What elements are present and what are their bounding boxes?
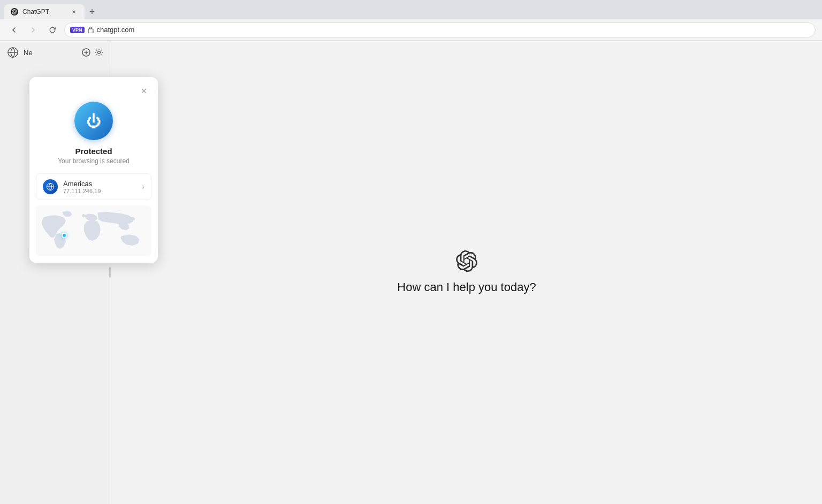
vpn-world-map bbox=[36, 205, 151, 256]
nav-bar: VPN chatgpt.com bbox=[0, 19, 822, 41]
vpn-chevron-icon: › bbox=[142, 182, 144, 191]
vpn-popup-header: ✕ bbox=[29, 77, 158, 96]
globe-icon bbox=[46, 182, 55, 191]
sidebar-logo bbox=[6, 46, 19, 59]
vpn-power-button[interactable]: ⏻ bbox=[74, 102, 113, 140]
vpn-location-ip: 77.111.246.19 bbox=[63, 188, 136, 194]
vpn-location-name: Americas bbox=[63, 180, 136, 188]
url-text: chatgpt.com bbox=[97, 26, 135, 34]
vpn-power-section: ⏻ Protected Your browsing is secured bbox=[29, 96, 158, 173]
tab-title: ChatGPT bbox=[22, 8, 65, 16]
sidebar-top: Ne bbox=[0, 41, 111, 64]
lock-icon bbox=[88, 26, 94, 33]
reload-button[interactable] bbox=[45, 22, 60, 37]
vpn-flag-icon bbox=[43, 179, 58, 194]
vpn-map-location-dot bbox=[62, 233, 67, 238]
main-content: How can I help you today? bbox=[111, 41, 822, 504]
vpn-status-title: Protected bbox=[75, 147, 112, 156]
chatgpt-prompt: How can I help you today? bbox=[397, 280, 536, 294]
new-tab-button[interactable]: + bbox=[85, 4, 100, 19]
tab-favicon bbox=[11, 8, 18, 16]
sidebar-add-icon[interactable] bbox=[81, 47, 92, 58]
world-map-svg bbox=[36, 205, 151, 256]
title-bar: ChatGPT ✕ + bbox=[0, 0, 822, 19]
forward-button[interactable] bbox=[26, 22, 41, 37]
vpn-popup-close-button[interactable]: ✕ bbox=[139, 86, 149, 96]
back-button[interactable] bbox=[6, 22, 21, 37]
tab-close-button[interactable]: ✕ bbox=[70, 7, 78, 16]
vpn-location-info: Americas 77.111.246.19 bbox=[63, 180, 136, 194]
browser-frame: ChatGPT ✕ + VPN chatgpt.com bbox=[0, 0, 822, 504]
chatgpt-logo bbox=[456, 250, 477, 272]
page-content: Ne ✕ ⏻ bbox=[0, 41, 822, 504]
vpn-status-subtitle: Your browsing is secured bbox=[58, 157, 130, 165]
vpn-location-selector[interactable]: Americas 77.111.246.19 › bbox=[36, 173, 151, 200]
sidebar-icons bbox=[81, 47, 104, 58]
address-bar[interactable]: VPN chatgpt.com bbox=[64, 22, 816, 37]
vpn-popup: ✕ ⏻ Protected Your browsing is secured A… bbox=[29, 77, 158, 263]
vpn-power-icon: ⏻ bbox=[86, 112, 101, 130]
chatgpt-center: How can I help you today? bbox=[397, 250, 536, 294]
vpn-badge: VPN bbox=[70, 27, 85, 33]
sidebar-settings-icon[interactable] bbox=[94, 47, 104, 58]
tab-area: ChatGPT ✕ + bbox=[4, 0, 100, 19]
svg-point-3 bbox=[98, 51, 101, 54]
svg-rect-0 bbox=[88, 29, 93, 33]
active-tab[interactable]: ChatGPT ✕ bbox=[4, 4, 85, 19]
sidebar-label: Ne bbox=[24, 49, 33, 57]
